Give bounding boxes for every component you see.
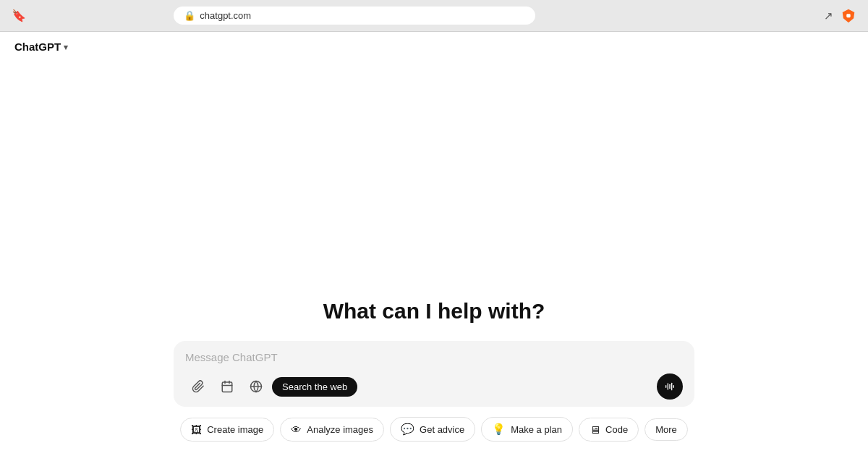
search-web-button[interactable]: Search the web <box>272 377 357 397</box>
chevron-down-icon: ▾ <box>64 43 68 52</box>
svg-rect-0 <box>222 382 232 392</box>
get-advice-label: Get advice <box>420 424 464 435</box>
action-chip-analyze-images[interactable]: 👁Analyze images <box>280 418 384 442</box>
make-a-plan-icon: 💡 <box>492 423 506 436</box>
quick-actions: 🖼Create image👁Analyze images💬Get advice💡… <box>180 417 688 442</box>
tools-button[interactable] <box>214 373 240 400</box>
code-icon: 🖥 <box>590 423 600 436</box>
svg-rect-8 <box>669 384 670 389</box>
create-image-label: Create image <box>207 424 263 435</box>
top-nav: ChatGPT ▾ <box>0 32 868 62</box>
svg-rect-7 <box>668 383 668 389</box>
action-chip-code[interactable]: 🖥Code <box>579 418 639 442</box>
input-area: Search the web <box>174 341 694 407</box>
message-input[interactable] <box>185 351 683 363</box>
analyze-images-label: Analyze images <box>307 424 373 435</box>
action-chip-create-image[interactable]: 🖼Create image <box>180 418 274 442</box>
share-icon[interactable]: ↗ <box>824 9 833 22</box>
make-a-plan-label: Make a plan <box>511 424 562 435</box>
globe-icon <box>250 380 263 393</box>
app-title-button[interactable]: ChatGPT ▾ <box>14 41 68 53</box>
code-label: Code <box>605 424 628 435</box>
address-bar[interactable]: 🔒 chatgpt.com <box>174 7 535 25</box>
create-image-icon: 🖼 <box>191 423 202 436</box>
main-content: What can I help with? <box>0 62 868 456</box>
svg-rect-9 <box>671 383 672 391</box>
get-advice-icon: 💬 <box>401 423 414 436</box>
url-text: chatgpt.com <box>200 10 251 21</box>
security-icon: 🔒 <box>184 10 195 21</box>
web-button[interactable] <box>243 373 269 400</box>
send-button[interactable] <box>657 373 683 400</box>
audio-wave-icon <box>664 381 676 392</box>
action-chip-more[interactable]: More <box>644 418 688 441</box>
more-label: More <box>655 424 677 435</box>
input-toolbar: Search the web <box>185 373 683 400</box>
brave-icon <box>841 8 856 24</box>
bookmark-icon[interactable]: 🔖 <box>12 9 26 22</box>
app-title-text: ChatGPT <box>14 41 61 53</box>
attach-button[interactable] <box>185 373 211 400</box>
attach-icon <box>192 380 205 393</box>
svg-rect-10 <box>673 385 674 388</box>
action-chip-make-a-plan[interactable]: 💡Make a plan <box>481 417 573 442</box>
tools-icon <box>221 380 234 393</box>
browser-chrome: 🔖 🔒 chatgpt.com ↗ <box>0 0 868 32</box>
headline: What can I help with? <box>323 299 545 324</box>
analyze-images-icon: 👁 <box>291 423 302 436</box>
browser-actions: ↗ <box>824 8 856 24</box>
action-chip-get-advice[interactable]: 💬Get advice <box>390 417 475 442</box>
app-container: ChatGPT ▾ What can I help with? <box>0 32 868 456</box>
svg-rect-6 <box>665 385 666 388</box>
